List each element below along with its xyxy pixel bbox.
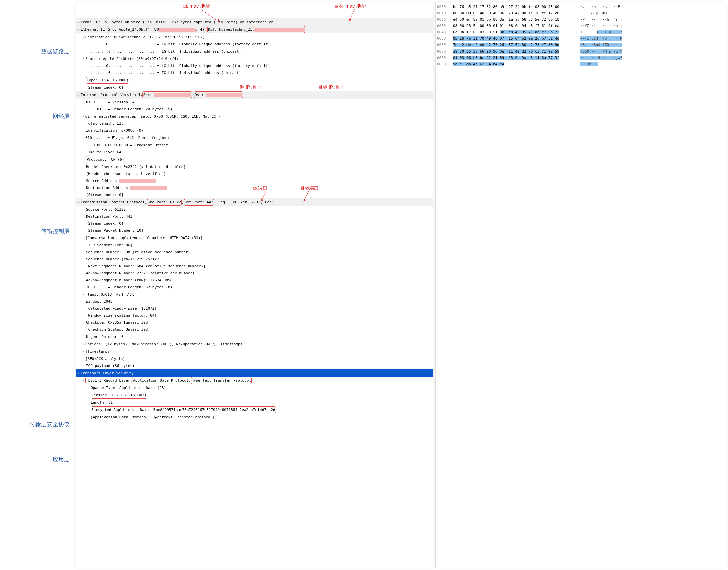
ann-src-mac-text: 源 mac 地址 [183,3,210,9]
tcp-pnum-row[interactable]: [Stream Packet Number: 10] [76,227,433,234]
tls-encdata-row[interactable]: Encrypted Application Data: 3be8499571aa… [76,406,433,414]
ip-fragoff-row[interactable]: ...0 0000 0000 0000 = Fragment Offset: 0 [76,141,433,149]
tcp-hdrlen-row[interactable]: 1000 .... = Header Length: 32 bytes (8) [76,284,433,291]
expander-icon[interactable] [81,291,85,298]
expander-icon[interactable] [77,26,81,33]
tcp-window-row[interactable]: Window: 2048 [76,298,433,305]
tls-record-row[interactable]: TLSv1.3 Record Layer: Application Data P… [76,377,433,384]
hex-ascii: ·050 ···· ·N·p ·q·Y [580,48,622,55]
tcp-options-row[interactable]: Options: (12 bytes), No-Operation (NOP),… [76,340,433,348]
ip-id-row[interactable]: Identification: 0x0000 (0) [76,127,433,134]
tcp-payload-row[interactable]: TCP payload (86 bytes) [76,362,433,369]
tcp-nextseq-row[interactable]: [Next Sequence Number: 684 (relative seq… [76,263,433,270]
tcp-calcwin-row[interactable]: [Calculated window size: 131072] [76,305,433,312]
tcp-stream-row[interactable]: [Stream index: 0] [76,220,433,227]
ip-checksum-row[interactable]: Header Checksum: 0x2342 [validation disa… [76,163,433,170]
frame-row[interactable]: Frame 10: 152 bytes on wire (1216 bits),… [76,18,433,26]
ip-dstaddr-row[interactable]: Destination Address: 源端口 目标端口 [76,184,433,191]
hex-line[interactable]: 0070a9 30 35 30 b6 90 9d 0e a1 4e d2 70 … [437,48,724,55]
expander-icon[interactable] [81,355,85,362]
ip-stream-row[interactable]: [Stream index: 0] [76,191,433,198]
eth-lg2-row[interactable]: .... ..0. .... .... .... .... = LG bit: … [76,62,433,69]
tcp-row[interactable]: Transmission Control Protocol, Src Port:… [76,198,433,206]
redacted-block [119,179,156,183]
ethernet-row[interactable]: Ethernet II, Src: Apple_24:0b:f4 (80:f4)… [76,26,433,33]
hex-line[interactable]: 008001 03 96 b5 bc 92 21 39 93 0b 9a d5 … [437,55,724,61]
hex-line[interactable]: 00406c 0a 17 03 03 00 51 3b e8 49 95 71 … [437,29,724,35]
hex-line[interactable]: 0020e4 50 ef 8a 01 bb 88 8a 1a ac 68 83 … [437,16,724,23]
expander-icon[interactable] [81,341,85,347]
hex-bytes: 9a c1 db 4a 62 94 b4 c4 [453,61,580,67]
tcp-conv-row[interactable]: [Conversation completeness: Complete, WI… [76,234,433,242]
packet-detail-panel[interactable]: 源 mac 地址 目标 mac 地址 Frame 10: 152 bytes o… [76,2,433,568]
ip-proto-row[interactable]: Protocol: TCP (6) [76,156,433,163]
tree-text: [Stream index: 0] [86,84,124,91]
tcp-seqack-row[interactable]: [SEQ/ACK analysis] [76,355,433,362]
tcp-acknum-row[interactable]: Acknowledgment Number: 2732 (relative ac… [76,270,433,277]
tcp-urgent-row[interactable]: Urgent Pointer: 0 [76,333,433,340]
ann-dst-mac-text: 目标 mac 地址 [334,3,367,9]
hex-line[interactable]: 005095 16 7b 31 70 49 48 07 15 64 b2 ea … [437,35,724,42]
frame-text: Frame 10: 152 bytes on wire (1216 bits),… [81,19,276,25]
eth-ig1-row[interactable]: .... ...0 .... .... .... .... = IG bit: … [76,48,433,55]
tree-text: [Calculated window size: 131072] [86,305,157,312]
tcp-flags-row[interactable]: Flags: 0x018 (PSH, ACK) [76,291,433,298]
tree-text: Source Address: [86,178,119,184]
tcp-timestamps-row[interactable]: [Timestamps] [76,348,433,355]
hex-line[interactable]: 003008 00 23 5a 00 00 01 01 08 0a 94 e5 … [437,23,724,29]
expander-icon[interactable] [77,199,81,206]
tree-text: Sequence Number (raw): 2290752172 [86,256,159,262]
eth-ig2-row[interactable]: .... ...0 .... .... .... .... = IG bit: … [76,69,433,76]
eth-lg1-row[interactable]: .... ..0. .... .... .... .... = LG bit: … [76,41,433,48]
expander-icon[interactable] [81,348,85,355]
expander-icon[interactable] [77,370,81,376]
expander-icon[interactable] [81,134,85,141]
tcp-winscale-row[interactable]: [Window size scaling factor: 64] [76,312,433,319]
hex-line[interactable]: 001000 8a 00 00 40 00 40 06 23 42 0a 1e … [437,10,724,16]
tcp-ackraw-row[interactable]: Acknowledgment number (raw): 1753439858 [76,277,433,284]
tcp-seqnum-row[interactable]: Sequence Number: 598 (relative sequence … [76,249,433,256]
tcp-seglen-row[interactable]: [TCP Segment Len: 86] [76,242,433,249]
ann-dst-ip-text: 目标 IP 地址 [318,84,344,90]
tcp-seqraw-row[interactable]: Sequence Number (raw): 2290752172 [76,256,433,263]
hex-line[interactable]: 00909a c1 db 4a 62 94 b4 c4···Jb··· [437,61,724,67]
tree-text: Urgent Pointer: 0 [86,334,124,340]
ip-chkstatus-row[interactable]: [Header checksum status: Unverified] [76,170,433,177]
tcp-dstport-row[interactable]: Destination Port: 443 [76,213,433,220]
expander-icon[interactable] [81,55,85,62]
ip-version-row[interactable]: 0100 .... = Version: 4 [76,99,433,106]
eth-source-row[interactable]: Source: Apple_24:0b:f4 (80:a9:97:24:0b:f… [76,55,433,62]
tree-text: .... ...0 .... .... .... .... = IG bit: … [91,48,241,55]
expander-icon[interactable] [81,234,85,241]
tcp-checksum-row[interactable]: Checksum: 0x235a [unverified] [76,319,433,326]
eth-destination-row[interactable]: Destination: HuaweiTechno_21:17:62 (bc:7… [76,33,433,41]
hex-dump-panel[interactable]: 0000bc 76 c5 21 17 62 80 a9 97 24 0b f4 … [435,2,726,568]
ip-dsfield-row[interactable]: Differentiated Services Field: 0x00 (DSC… [76,113,433,120]
tls-row-selected[interactable]: Transport Layer Security [76,369,433,377]
tls-length-row[interactable]: Length: 81 [76,399,433,406]
eth-type-row[interactable]: Type: IPv4 (0x0800) [76,76,433,84]
hex-ascii: ··{1 pIH· ·d·· -··M [580,35,622,42]
hex-offset: 0040 [437,29,453,35]
eth-src-suffix: :f4) [196,27,205,32]
tcp-chkstatus-row[interactable]: [Checksum Status: Unverified] [76,326,433,333]
ip-srcaddr-row[interactable]: Source Address: [76,177,433,184]
tls-version-row[interactable]: Version: TLS 1.2 (0x0303) [76,391,433,399]
expander-icon[interactable] [81,113,85,120]
tree-text: Checksum: 0x235a [unverified] [86,319,150,326]
tls-appproto-row[interactable]: [Application Data Protocol: Hypertext Tr… [76,414,433,421]
tcp-srcport-row[interactable]: Source Port: 61322 [76,206,433,213]
ip-hdrlen-row[interactable]: .... 0101 = Header Length: 20 bytes (5) [76,106,433,113]
ip-len-row[interactable]: Total Length: 138 [76,120,433,127]
hex-line[interactable]: 0000bc 76 c5 21 17 62 80 a9 97 24 0b f4 … [437,4,724,10]
eth-stream-row[interactable]: [Stream index: 0] 源 IP 地址 目标 IP 地址 [76,84,433,91]
ip-flags-row[interactable]: 010. .... = Flags: 0x2, Don't fragment [76,134,433,141]
ip-ttl-row[interactable]: Time to Live: 64 [76,149,433,156]
expander-icon[interactable] [81,377,85,384]
expander-icon[interactable] [81,34,85,40]
expander-icon[interactable] [77,92,81,98]
ip-row[interactable]: Internet Protocol Version 4, Src: , Dst: [76,91,433,99]
tls-opaque-row[interactable]: Opaque Type: Application Data (23) [76,384,433,391]
expander-icon[interactable] [77,19,81,25]
hex-line[interactable]: 00607e 42 de c2 e0 42 75 26 37 54 30 b2 … [437,42,724,48]
